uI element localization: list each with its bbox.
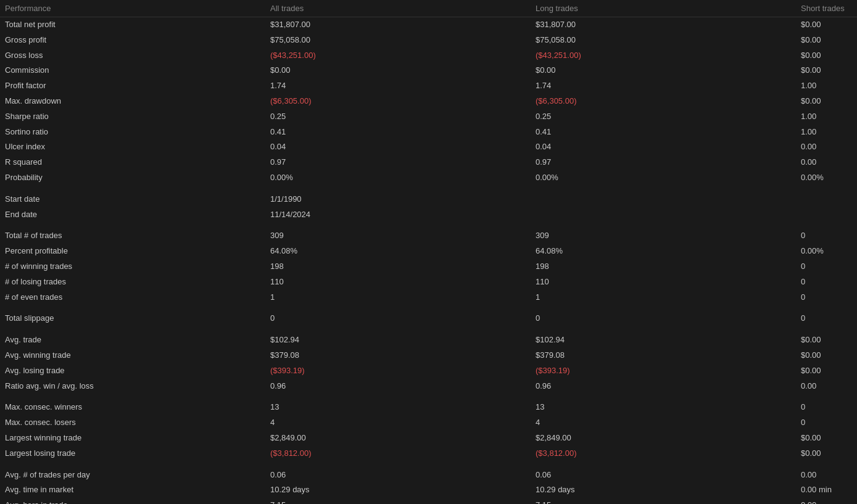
row-long-value: 0.00% — [531, 170, 796, 186]
row-label: # of even trades — [0, 290, 265, 305]
row-short-value: $0.00 — [796, 363, 857, 379]
col-header-all: All trades — [265, 0, 531, 17]
row-label: R squared — [0, 155, 265, 170]
table-row: Avg. # of trades per day0.060.060.00 — [0, 468, 857, 483]
table-row: Avg. winning trade$379.08$379.08$0.00 — [0, 348, 857, 363]
row-label: Gross loss — [0, 48, 265, 64]
row-label: Total # of trades — [0, 228, 265, 244]
row-short-value: 0 — [796, 400, 857, 415]
row-all-value: 7.15 — [265, 498, 531, 504]
table-row: # of winning trades1981980 — [0, 259, 857, 275]
row-long-value: 10.29 days — [531, 482, 796, 498]
col-header-short: Short trades — [796, 0, 857, 17]
row-long-value: ($393.19) — [531, 363, 796, 379]
row-long-value: $31,807.00 — [531, 17, 796, 33]
row-all-value: 0 — [265, 311, 531, 326]
table-row: Avg. trade$102.94$102.94$0.00 — [0, 333, 857, 348]
row-label: Total net profit — [0, 17, 265, 33]
row-long-value: 0.41 — [531, 125, 796, 140]
row-all-value: 110 — [265, 275, 531, 290]
table-row: Avg. losing trade($393.19)($393.19)$0.00 — [0, 363, 857, 379]
performance-table: Performance All trades Long trades Short… — [0, 0, 857, 504]
table-row: R squared0.970.970.00 — [0, 155, 857, 170]
table-row: Commission$0.00$0.00$0.00 — [0, 63, 857, 78]
row-label: Avg. bars in trade — [0, 498, 265, 504]
row-all-value: 0.41 — [265, 125, 531, 140]
row-all-value: $31,807.00 — [265, 17, 531, 33]
row-all-value: 198 — [265, 259, 531, 275]
row-label: Commission — [0, 63, 265, 78]
col-header-performance: Performance — [0, 0, 265, 17]
table-row: Percent profitable64.08%64.08%0.00% — [0, 244, 857, 259]
row-label: Ratio avg. win / avg. loss — [0, 379, 265, 394]
row-long-value: 1 — [531, 290, 796, 305]
row-label: Avg. trade — [0, 333, 265, 348]
row-all-value: 0.04 — [265, 139, 531, 155]
row-short-value: 0.00 — [796, 139, 857, 155]
table-row: Gross profit$75,058.00$75,058.00$0.00 — [0, 33, 857, 48]
spacer-row — [0, 186, 857, 192]
row-short-value: $0.00 — [796, 48, 857, 64]
spacer-row — [0, 461, 857, 468]
row-label: Max. drawdown — [0, 94, 265, 109]
row-all-value: 10.29 days — [265, 482, 531, 498]
row-short-value: $0.00 — [796, 94, 857, 109]
row-short-value: $0.00 — [796, 446, 857, 461]
spacer-row — [0, 305, 857, 311]
row-short-value: $0.00 — [796, 431, 857, 446]
row-long-value: 13 — [531, 400, 796, 415]
table-row: Ratio avg. win / avg. loss0.960.960.00 — [0, 379, 857, 394]
row-long-value: 110 — [531, 275, 796, 290]
row-all-value: 1.74 — [265, 78, 531, 94]
row-long-value: $102.94 — [531, 333, 796, 348]
row-short-value: 0.00 — [796, 498, 857, 504]
row-long-value: 64.08% — [531, 244, 796, 259]
row-label: Probability — [0, 170, 265, 186]
row-short-value: $0.00 — [796, 33, 857, 48]
table-row: Profit factor1.741.741.00 — [0, 78, 857, 94]
row-all-value: ($43,251.00) — [265, 48, 531, 64]
row-all-value: 4 — [265, 415, 531, 431]
spacer-row — [0, 222, 857, 228]
row-label: Largest winning trade — [0, 431, 265, 446]
row-label: Max. consec. losers — [0, 415, 265, 431]
row-all-value: 0.96 — [265, 379, 531, 394]
table-row: End date11/14/2024 — [0, 207, 857, 223]
row-all-value: $2,849.00 — [265, 431, 531, 446]
table-row: Avg. bars in trade7.157.150.00 — [0, 498, 857, 504]
row-label: Avg. time in market — [0, 482, 265, 498]
row-all-value: ($393.19) — [265, 363, 531, 379]
row-label: Gross profit — [0, 33, 265, 48]
row-all-value: $75,058.00 — [265, 33, 531, 48]
row-short-value: 1.00 — [796, 109, 857, 125]
row-short-value: 0.00 — [796, 379, 857, 394]
row-all-value: ($3,812.00) — [265, 446, 531, 461]
table-row: Max. consec. winners13130 — [0, 400, 857, 415]
row-long-value: 0.04 — [531, 139, 796, 155]
row-label: Avg. # of trades per day — [0, 468, 265, 483]
row-short-value — [796, 192, 857, 207]
row-long-value: $0.00 — [531, 63, 796, 78]
table-row: Largest losing trade($3,812.00)($3,812.0… — [0, 446, 857, 461]
table-row: Avg. time in market10.29 days10.29 days0… — [0, 482, 857, 498]
row-long-value: 1.74 — [531, 78, 796, 94]
row-short-value: $0.00 — [796, 348, 857, 363]
row-short-value: 0.00 — [796, 468, 857, 483]
row-short-value: 0 — [796, 228, 857, 244]
row-short-value: $0.00 — [796, 63, 857, 78]
row-label: Profit factor — [0, 78, 265, 94]
table-row: Start date1/1/1990 — [0, 192, 857, 207]
row-long-value: 198 — [531, 259, 796, 275]
row-label: Total slippage — [0, 311, 265, 326]
row-long-value: 7.15 — [531, 498, 796, 504]
table-row: Sortino ratio0.410.411.00 — [0, 125, 857, 140]
row-label: Avg. winning trade — [0, 348, 265, 363]
row-long-value: $2,849.00 — [531, 431, 796, 446]
row-long-value: 0.96 — [531, 379, 796, 394]
row-label: Sharpe ratio — [0, 109, 265, 125]
row-all-value: $0.00 — [265, 63, 531, 78]
row-long-value: $379.08 — [531, 348, 796, 363]
row-all-value: 309 — [265, 228, 531, 244]
row-long-value: ($6,305.00) — [531, 94, 796, 109]
row-long-value: 0.25 — [531, 109, 796, 125]
